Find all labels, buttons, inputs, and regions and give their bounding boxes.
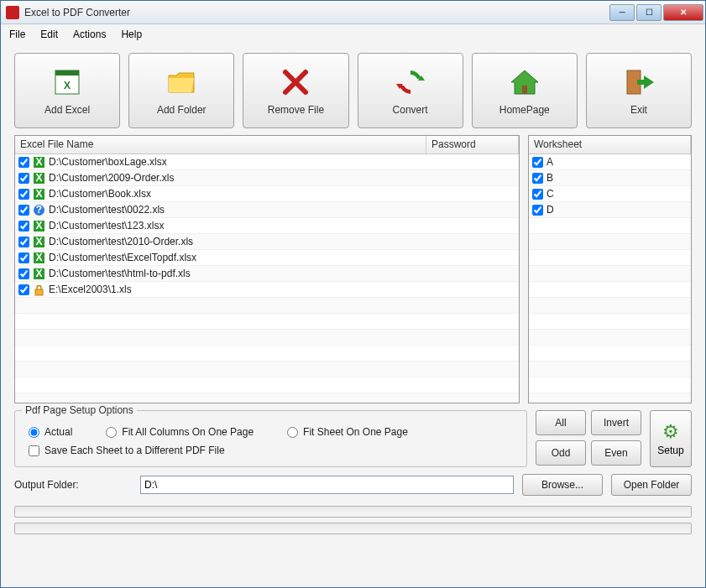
- all-button[interactable]: All: [536, 410, 586, 435]
- delete-x-icon: [279, 65, 312, 99]
- worksheet-name: D: [546, 204, 688, 216]
- file-row[interactable]: XD:\Customer\Book.xlsx: [15, 186, 519, 202]
- col-worksheet[interactable]: Worksheet: [529, 136, 691, 154]
- worksheet-row[interactable]: D: [529, 202, 691, 218]
- file-checkbox[interactable]: [18, 189, 29, 200]
- open-folder-button[interactable]: Open Folder: [611, 474, 692, 496]
- add-folder-label: Add Folder: [157, 104, 207, 116]
- svg-text:X: X: [35, 156, 42, 168]
- menu-file[interactable]: File: [9, 29, 25, 40]
- exit-button[interactable]: Exit: [586, 53, 692, 128]
- file-list-header: Excel File Name Password: [15, 136, 519, 154]
- save-each-input[interactable]: [29, 445, 39, 456]
- empty-row: [15, 362, 519, 377]
- worksheet-checkbox[interactable]: [532, 205, 543, 216]
- empty-row: [529, 314, 691, 330]
- file-list-body[interactable]: XD:\Customer\boxLage.xlsxXD:\Customer\20…: [15, 154, 519, 403]
- file-row[interactable]: XD:\Customer\test\2010-Order.xls: [15, 234, 519, 250]
- empty-row: [529, 298, 691, 314]
- file-row[interactable]: XD:\Customer\boxLage.xlsx: [15, 154, 519, 170]
- odd-button[interactable]: Odd: [536, 440, 586, 466]
- menu-help[interactable]: Help: [121, 29, 142, 40]
- radio-fit-cols-input[interactable]: [106, 427, 117, 438]
- radio-fit-sheet-input[interactable]: [287, 427, 298, 438]
- svg-rect-1: [55, 70, 79, 75]
- exit-icon: [622, 65, 656, 99]
- titlebar: Excel to PDF Converter ─ ☐ ✕: [1, 1, 705, 24]
- homepage-button[interactable]: HomePage: [472, 53, 578, 128]
- save-each-check[interactable]: Save Each Sheet to a Different PDF File: [29, 445, 518, 456]
- remove-file-button[interactable]: Remove File: [243, 53, 348, 128]
- file-checkbox[interactable]: [18, 205, 29, 216]
- setup-button[interactable]: ⚙ Setup: [650, 410, 692, 467]
- maximize-button[interactable]: ☐: [636, 4, 662, 21]
- home-icon: [508, 65, 541, 99]
- file-checkbox[interactable]: [18, 157, 29, 168]
- file-row[interactable]: XD:\Customer\2009-Order.xls: [15, 170, 519, 186]
- worksheet-checkbox[interactable]: [532, 157, 543, 168]
- excel-icon: X: [33, 252, 45, 264]
- radio-row: Actual Fit All Columns On One Page Fit S…: [29, 426, 518, 438]
- col-password[interactable]: Password: [426, 136, 519, 154]
- file-path: D:\Customer\boxLage.xlsx: [49, 156, 515, 168]
- worksheet-name: C: [546, 188, 688, 200]
- file-checkbox[interactable]: [18, 252, 29, 263]
- file-checkbox[interactable]: [18, 268, 29, 279]
- file-list: Excel File Name Password XD:\Customer\bo…: [14, 135, 520, 403]
- window-controls: ─ ☐ ✕: [609, 4, 703, 21]
- convert-button[interactable]: Convert: [358, 53, 463, 128]
- file-row[interactable]: XD:\Customer\test\123.xlsx: [15, 218, 519, 234]
- file-checkbox[interactable]: [18, 221, 29, 232]
- menu-edit[interactable]: Edit: [40, 29, 58, 40]
- worksheet-row[interactable]: A: [529, 154, 691, 170]
- empty-row: [529, 330, 691, 346]
- radio-fit-sheet[interactable]: Fit Sheet On One Page: [287, 426, 408, 438]
- worksheet-list-body[interactable]: ABCD: [529, 154, 691, 403]
- file-checkbox[interactable]: [18, 237, 29, 247]
- status-area: [14, 506, 692, 534]
- lock-icon: [33, 284, 45, 296]
- file-row[interactable]: XD:\Customer\test\html-to-pdf.xls: [15, 266, 519, 282]
- file-checkbox[interactable]: [18, 173, 29, 184]
- file-row[interactable]: ?D:\Customer\test\0022.xls: [15, 202, 519, 218]
- col-filename[interactable]: Excel File Name: [15, 136, 426, 154]
- invert-button[interactable]: Invert: [591, 410, 641, 435]
- output-folder-input[interactable]: [140, 476, 514, 494]
- file-path: D:\Customer\test\0022.xls: [49, 204, 515, 216]
- excel-icon: X: [33, 172, 45, 185]
- file-checkbox[interactable]: [18, 284, 29, 295]
- file-row[interactable]: E:\Excel2003\1.xls: [15, 282, 519, 298]
- window-title: Excel to PDF Converter: [24, 7, 609, 18]
- svg-text:X: X: [35, 172, 42, 184]
- worksheet-name: B: [546, 172, 688, 184]
- empty-row: [529, 218, 691, 234]
- convert-icon: [394, 65, 427, 99]
- file-row[interactable]: XD:\Customer\test\ExcelTopdf.xlsx: [15, 250, 519, 266]
- gear-icon: ⚙: [662, 421, 679, 443]
- svg-text:X: X: [35, 188, 42, 200]
- minimize-button[interactable]: ─: [609, 4, 635, 21]
- even-button[interactable]: Even: [591, 440, 641, 466]
- menu-actions[interactable]: Actions: [73, 29, 106, 40]
- radio-actual-input[interactable]: [29, 427, 39, 438]
- browse-button[interactable]: Browse...: [522, 474, 603, 496]
- app-icon: [6, 6, 19, 19]
- empty-row: [529, 346, 691, 362]
- worksheet-checkbox[interactable]: [532, 189, 543, 200]
- svg-rect-6: [522, 86, 527, 94]
- menubar: File Edit Actions Help: [1, 24, 705, 44]
- add-folder-button[interactable]: Add Folder: [128, 53, 234, 128]
- worksheet-name: A: [546, 156, 688, 168]
- close-button[interactable]: ✕: [663, 4, 703, 21]
- file-path: D:\Customer\test\html-to-pdf.xls: [49, 268, 515, 279]
- worksheet-row[interactable]: C: [529, 186, 691, 202]
- add-excel-button[interactable]: X Add Excel: [14, 53, 120, 128]
- svg-text:X: X: [35, 236, 42, 247]
- setup-row: Pdf Page Setup Options Actual Fit All Co…: [14, 410, 692, 467]
- folder-icon: [165, 65, 198, 99]
- radio-fit-cols[interactable]: Fit All Columns On One Page: [106, 426, 254, 438]
- radio-actual[interactable]: Actual: [29, 426, 72, 438]
- worksheet-row[interactable]: B: [529, 170, 691, 186]
- empty-row: [529, 282, 691, 298]
- worksheet-checkbox[interactable]: [532, 173, 543, 184]
